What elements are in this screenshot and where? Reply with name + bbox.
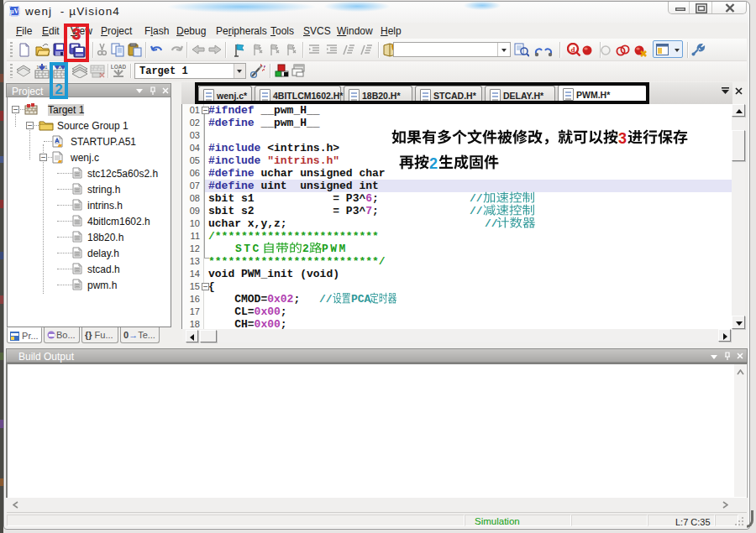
svg-text:LOAD: LOAD (111, 64, 126, 70)
svg-text:µV: µV (10, 8, 19, 15)
svg-text:d: d (570, 45, 575, 54)
